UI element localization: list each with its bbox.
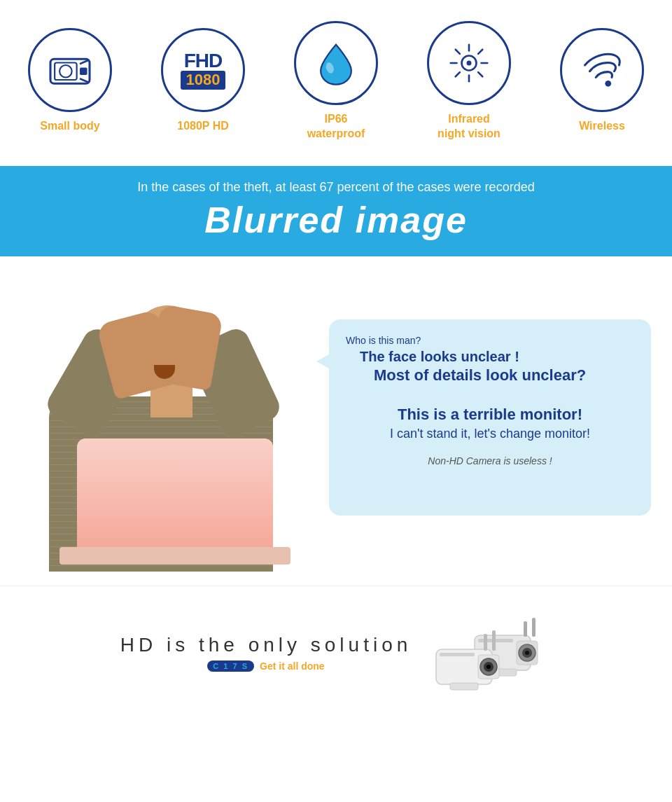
camera-product-image [426,607,552,698]
icon-label-ip66: IP66 waterproof [307,112,365,141]
frustrated-section: Who is this man? The face looks unclear … [0,256,672,586]
svg-point-17 [605,81,611,87]
bubble-line2: The face looks unclear ! [346,349,634,365]
brand-badge: C 1 7 S Get it all done [207,661,324,672]
icon-circle-camera [28,28,112,112]
camera-icon [46,46,94,95]
svg-rect-33 [484,634,487,651]
fhd-bottom-text: 1080 [181,71,226,89]
blue-banner: In the cases of the theft, at least 67 p… [0,166,672,256]
bubble-line1: Who is this man? [346,335,634,346]
icon-item-1080p: FHD 1080 1080P HD [147,28,259,134]
bottom-section: HD is the only solution C 1 7 S Get it a… [0,586,672,719]
bubble-line5: I can't stand it, let's change monitor! [346,427,634,441]
banner-subtitle: In the cases of the theft, at least 67 p… [21,180,651,195]
svg-rect-25 [532,618,536,637]
svg-point-31 [486,665,491,669]
icon-circle-infrared [427,21,511,105]
man-illustration [21,277,329,572]
icon-circle-water [294,21,378,105]
svg-point-16 [467,61,472,66]
laptop-keyboard [59,547,290,565]
icons-section: Small body FHD 1080 1080P HD IP66 waterp… [0,0,672,155]
hd-solution-text: HD is the only solution [120,634,412,656]
bottom-text-block: HD is the only solution C 1 7 S Get it a… [120,634,412,672]
bubble-line4: This is a terrible monitor! [346,406,634,424]
svg-rect-34 [492,630,496,651]
infrared-icon [444,39,493,88]
c17s-badge: C 1 7 S [207,661,254,672]
fhd-top-text: FHD [184,51,223,71]
svg-line-14 [478,50,482,54]
bubble-line6: Non-HD Camera is useless ! [346,455,634,466]
icon-item-wireless: Wireless [546,28,658,134]
icon-circle-wifi [560,28,644,112]
svg-rect-5 [80,68,88,76]
product-camera-svg [426,607,552,698]
icon-item-ip66: IP66 waterproof [280,21,392,141]
icon-item-infrared: Infrared night vision [413,21,525,141]
icon-label-1080p: 1080P HD [177,119,229,134]
svg-line-4 [80,79,88,83]
icon-label-small-body: Small body [40,119,99,134]
svg-line-13 [478,72,482,76]
icon-label-wireless: Wireless [579,119,625,134]
icon-label-infrared: Infrared night vision [438,112,500,141]
icon-item-small-body: Small body [14,28,126,134]
svg-rect-35 [450,683,478,690]
bubble-line3: Most of details look unclear? [346,366,634,385]
svg-line-3 [80,60,88,64]
svg-line-12 [456,50,460,54]
laptop-screen [77,438,273,551]
banner-title: Blurred image [21,199,651,241]
get-it-done-text: Get it all done [260,661,325,672]
icon-circle-fhd: FHD 1080 [161,28,245,112]
svg-rect-24 [524,621,527,637]
svg-point-2 [59,65,72,78]
wifi-icon [578,46,626,95]
svg-point-22 [525,651,529,655]
speech-bubble: Who is this man? The face looks unclear … [329,319,651,516]
water-drop-icon [312,39,360,88]
svg-rect-32 [440,653,475,656]
svg-line-15 [456,72,460,76]
